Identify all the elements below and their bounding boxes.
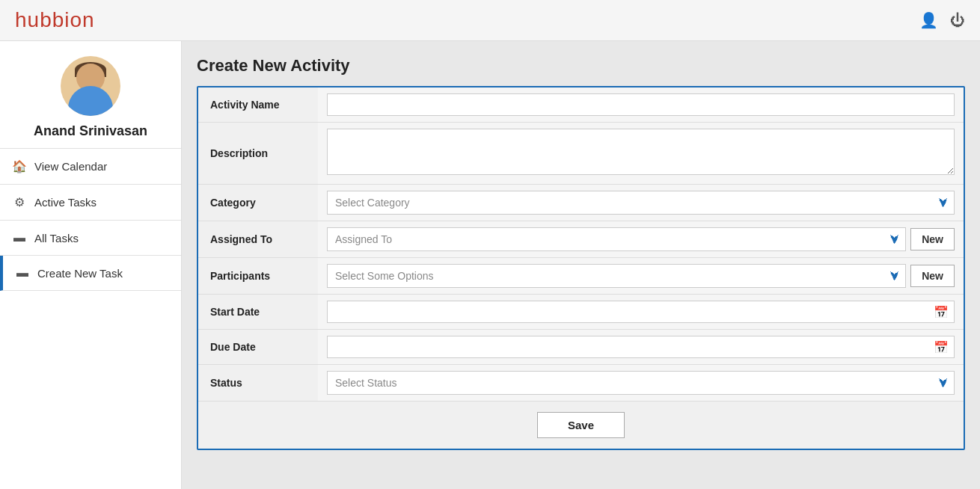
start-date-wrapper: 📅 [327,301,955,323]
participants-label: Participants [198,258,318,295]
start-date-cell: 📅 [318,295,964,330]
status-row: Status Select Status ⮟ [198,365,964,402]
tasks-icon: ⚙ [12,195,27,209]
sidebar: Anand Srinivasan 🏠 View Calendar ⚙ Activ… [0,41,182,489]
status-select[interactable]: Select Status [327,371,955,395]
form-save-row: Save [198,401,964,449]
avatar [61,56,120,116]
due-date-label: Due Date [198,330,318,365]
participants-wrapper: Select Some Options ⮟ New [327,264,955,288]
category-select[interactable]: Select Category [327,191,955,215]
sidebar-item-label: Active Tasks [34,196,97,209]
activity-name-label: Activity Name [198,87,318,123]
description-input[interactable] [327,129,955,175]
assigned-to-new-button[interactable]: New [910,228,955,250]
due-date-input[interactable] [327,336,955,358]
assigned-to-row: Assigned To Assigned To ⮟ New [198,221,964,258]
participants-new-button[interactable]: New [910,265,955,287]
app-logo: hubbion [15,8,95,32]
assigned-to-wrapper: Assigned To ⮟ New [327,227,955,251]
description-cell [318,123,964,185]
sidebar-username: Anand Srinivasan [26,123,155,139]
status-select-wrapper: Select Status ⮟ [327,371,955,395]
activity-name-input[interactable] [327,93,955,116]
status-label: Status [198,365,318,402]
user-icon[interactable]: 👤 [919,11,938,29]
sidebar-item-active-tasks[interactable]: ⚙ Active Tasks [0,185,181,221]
form-table: Activity Name Description Ca [198,87,964,401]
category-row: Category Select Category ⮟ [198,185,964,221]
assigned-to-select-container: Assigned To ⮟ [327,227,906,251]
due-date-row: Due Date 📅 [198,330,964,365]
power-icon[interactable]: ⏻ [950,12,965,29]
description-label: Description [198,123,318,185]
sidebar-nav: 🏠 View Calendar ⚙ Active Tasks ▬ All Tas… [0,148,181,291]
category-cell: Select Category ⮟ [318,185,964,221]
content-area: Create New Activity Activity Name Descri… [182,41,980,489]
sidebar-item-all-tasks[interactable]: ▬ All Tasks [0,221,181,256]
header-icons: 👤 ⏻ [919,11,965,29]
description-row: Description [198,123,964,185]
assigned-to-label: Assigned To [198,221,318,258]
start-date-row: Start Date 📅 [198,295,964,330]
page-title: Create New Activity [197,56,965,76]
main-layout: Anand Srinivasan 🏠 View Calendar ⚙ Activ… [0,41,980,489]
category-label: Category [198,185,318,221]
participants-select[interactable]: Select Some Options [327,264,906,288]
sidebar-item-view-calendar[interactable]: 🏠 View Calendar [0,149,181,185]
participants-row: Participants Select Some Options ⮟ New [198,258,964,295]
start-date-input[interactable] [327,301,955,323]
assigned-to-select[interactable]: Assigned To [327,227,906,251]
header: hubbion 👤 ⏻ [0,0,980,41]
sidebar-item-create-new-task[interactable]: ▬ Create New Task [0,256,181,291]
sidebar-item-label: All Tasks [34,232,79,244]
due-date-cell: 📅 [318,330,964,365]
list-icon: ▬ [12,231,27,244]
assigned-to-cell: Assigned To ⮟ New [318,221,964,258]
due-date-wrapper: 📅 [327,336,955,358]
participants-cell: Select Some Options ⮟ New [318,258,964,295]
home-icon: 🏠 [12,159,27,173]
activity-name-cell [318,87,964,123]
activity-name-row: Activity Name [198,87,964,123]
sidebar-item-label: Create New Task [37,267,123,280]
save-button[interactable]: Save [537,412,625,438]
category-select-wrapper: Select Category ⮟ [327,191,955,215]
status-cell: Select Status ⮟ [318,365,964,402]
activity-form-card: Activity Name Description Ca [197,86,965,450]
participants-select-container: Select Some Options ⮟ [327,264,906,288]
start-date-label: Start Date [198,295,318,330]
sidebar-item-label: View Calendar [34,160,107,173]
create-icon: ▬ [15,266,30,280]
